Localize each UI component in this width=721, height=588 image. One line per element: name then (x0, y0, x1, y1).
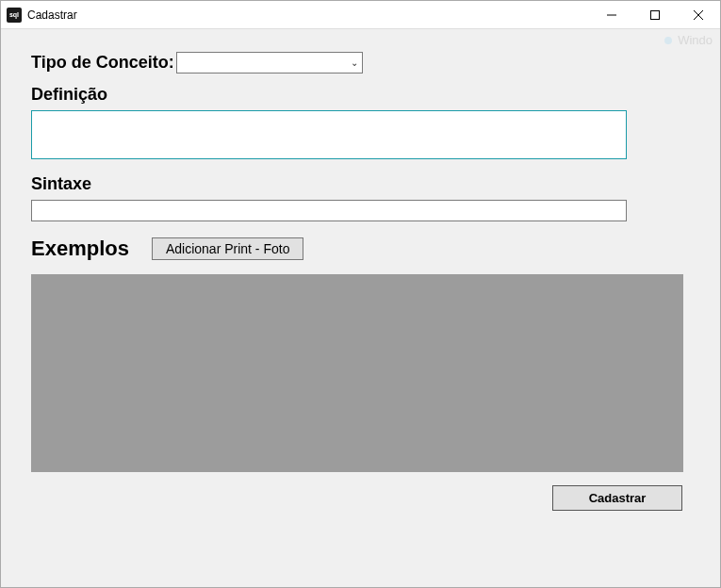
minimize-icon (607, 10, 616, 20)
chevron-down-icon: ⌄ (351, 57, 358, 68)
content-area: Windo Tipo de Conceito: ⌄ Definição Sint… (1, 29, 720, 587)
add-print-button[interactable]: Adicionar Print - Foto (152, 237, 304, 260)
tipo-row: Tipo de Conceito: ⌄ (31, 52, 690, 74)
ghost-dot-icon (664, 37, 672, 44)
footer-row: Cadastrar (31, 485, 690, 511)
window-title: Cadastrar (27, 8, 77, 22)
ghost-overlay: Windo (664, 33, 713, 47)
close-icon (694, 10, 703, 20)
exemplos-row: Exemplos Adicionar Print - Foto (31, 237, 690, 261)
titlebar: sql Cadastrar (1, 1, 720, 29)
image-preview-panel (31, 274, 683, 472)
exemplos-label: Exemplos (31, 237, 129, 261)
minimize-button[interactable] (590, 1, 633, 29)
definicao-label: Definição (31, 85, 690, 105)
app-icon: sql (7, 8, 22, 23)
maximize-icon (650, 10, 660, 20)
maximize-button[interactable] (633, 1, 677, 29)
cadastrar-button[interactable]: Cadastrar (552, 485, 682, 511)
definicao-textarea[interactable] (31, 110, 627, 159)
tipo-label: Tipo de Conceito: (31, 53, 174, 73)
close-button[interactable] (677, 1, 720, 29)
tipo-combobox[interactable]: ⌄ (176, 52, 363, 74)
sintaxe-label: Sintaxe (31, 174, 690, 194)
ghost-text: Windo (678, 33, 713, 47)
app-window: sql Cadastrar Windo Tipo de Conceito: ⌄ … (0, 0, 721, 588)
sintaxe-input[interactable] (31, 200, 627, 221)
svg-rect-1 (651, 10, 660, 19)
